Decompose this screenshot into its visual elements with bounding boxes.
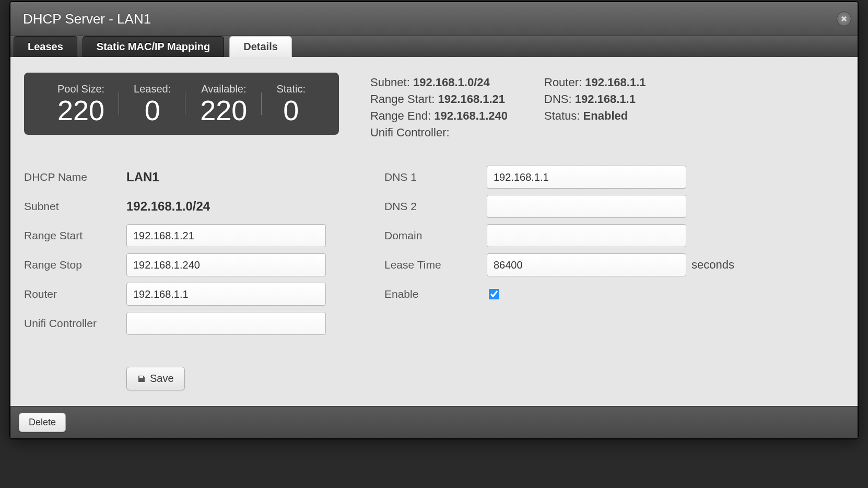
suffix-seconds: seconds [691, 258, 734, 272]
tab-details[interactable]: Details [229, 36, 292, 57]
close-icon [841, 16, 847, 22]
value-subnet: 192.168.1.0/24 [126, 199, 210, 214]
label-dhcp-name: DHCP Name [24, 171, 126, 183]
stat-value: 0 [276, 96, 306, 124]
label-domain: Domain [384, 229, 487, 242]
row-dhcp-name: DHCP Name LAN1 [24, 166, 343, 189]
input-range-stop[interactable] [126, 253, 326, 276]
row-dns1: DNS 1 [384, 166, 734, 189]
input-dns1[interactable] [487, 166, 686, 189]
stat-label: Available: [200, 83, 247, 95]
save-button-label: Save [150, 373, 174, 385]
label-subnet: Subnet [24, 200, 126, 213]
row-domain: Domain [384, 224, 734, 247]
input-range-start[interactable] [126, 224, 326, 247]
stat-value: 220 [200, 96, 247, 124]
row-unifi: Unifi Controller [24, 312, 343, 335]
tab-static-mapping[interactable]: Static MAC/IP Mapping [83, 36, 224, 57]
info-status: Status: Enabled [544, 109, 646, 123]
label-unifi: Unifi Controller [24, 317, 126, 330]
input-unifi[interactable] [126, 312, 326, 335]
save-icon [137, 375, 146, 383]
stat-label: Pool Size: [57, 83, 104, 95]
input-dns2[interactable] [487, 195, 686, 218]
info-dns: DNS: 192.168.1.1 [544, 92, 646, 106]
stat-value: 220 [57, 96, 104, 124]
stat-static: Static: 0 [262, 83, 320, 124]
row-range-stop: Range Stop [24, 253, 343, 276]
stat-label: Leased: [134, 83, 171, 95]
label-dns2: DNS 2 [384, 200, 487, 213]
modal-body: Pool Size: 220 Leased: 0 Available: 220 … [10, 57, 858, 406]
tab-leases[interactable]: Leases [14, 36, 77, 57]
form-area: DHCP Name LAN1 Subnet 192.168.1.0/24 Ran… [24, 166, 844, 341]
input-domain[interactable] [487, 224, 686, 247]
row-enable: Enable [384, 283, 734, 306]
label-enable: Enable [384, 288, 487, 300]
info-col-left: Subnet: 192.168.1.0/24 Range Start: 192.… [370, 76, 508, 140]
dhcp-server-modal: DHCP Server - LAN1 Leases Static MAC/IP … [9, 1, 859, 439]
separator [24, 354, 844, 354]
row-router: Router [24, 283, 343, 306]
stat-pool-size: Pool Size: 220 [43, 83, 119, 124]
row-lease-time: Lease Time seconds [384, 253, 734, 276]
input-router[interactable] [126, 283, 326, 306]
form-col-left: DHCP Name LAN1 Subnet 192.168.1.0/24 Ran… [24, 166, 343, 341]
row-range-start: Range Start [24, 224, 343, 247]
close-button[interactable] [837, 11, 851, 26]
delete-button[interactable]: Delete [19, 413, 66, 432]
save-row: Save [126, 367, 844, 390]
info-col-right: Router: 192.168.1.1 DNS: 192.168.1.1 Sta… [544, 76, 646, 140]
label-range-stop: Range Stop [24, 259, 126, 271]
row-subnet: Subnet 192.168.1.0/24 [24, 195, 343, 218]
info-router: Router: 192.168.1.1 [544, 76, 646, 89]
delete-button-label: Delete [29, 417, 56, 428]
info-subnet: Subnet: 192.168.1.0/24 [370, 76, 508, 89]
form-col-right: DNS 1 DNS 2 Domain Lease Time seco [384, 166, 734, 341]
info-grid: Subnet: 192.168.1.0/24 Range Start: 192.… [370, 73, 646, 140]
value-dhcp-name: LAN1 [126, 170, 159, 184]
summary-row: Pool Size: 220 Leased: 0 Available: 220 … [24, 73, 844, 140]
label-range-start: Range Start [24, 229, 126, 242]
stats-box: Pool Size: 220 Leased: 0 Available: 220 … [24, 73, 339, 135]
save-button[interactable]: Save [126, 367, 185, 390]
stat-leased: Leased: 0 [119, 83, 185, 124]
stat-label: Static: [276, 83, 306, 95]
checkbox-enable[interactable] [489, 289, 499, 299]
info-range-end: Range End: 192.168.1.240 [370, 109, 508, 123]
input-lease-time[interactable] [487, 253, 686, 276]
stat-value: 0 [134, 96, 171, 124]
stat-available: Available: 220 [185, 83, 262, 124]
modal-header: DHCP Server - LAN1 [10, 2, 858, 36]
label-dns1: DNS 1 [384, 171, 487, 183]
label-lease-time: Lease Time [384, 259, 487, 271]
info-range-start: Range Start: 192.168.1.21 [370, 92, 508, 106]
tab-bar: Leases Static MAC/IP Mapping Details [10, 36, 858, 57]
modal-title: DHCP Server - LAN1 [23, 11, 151, 27]
row-dns2: DNS 2 [384, 195, 734, 218]
modal-footer: Delete [10, 406, 858, 438]
info-unifi: Unifi Controller: [370, 126, 508, 140]
label-router: Router [24, 288, 126, 300]
